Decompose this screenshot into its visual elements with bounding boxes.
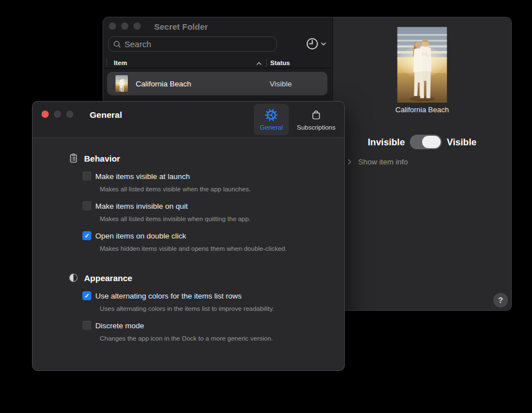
bag-icon [310, 107, 322, 123]
option-description: Makes all listed items invisible when qu… [100, 215, 333, 223]
tab-subscriptions[interactable]: Subscriptions [290, 104, 342, 135]
tab-subscriptions-label: Subscriptions [297, 124, 335, 131]
settings-tabs: General Subscriptions [254, 104, 342, 135]
column-divider[interactable] [266, 59, 267, 67]
tab-general-label: General [260, 124, 283, 131]
section-appearance-title: Appearance [84, 273, 132, 283]
column-header-status[interactable]: Status [270, 59, 290, 66]
visible-label: Visible [447, 137, 477, 148]
show-item-info-label: Show item info [358, 158, 408, 166]
close-button[interactable] [41, 111, 49, 118]
option-label[interactable]: Discrete mode [95, 322, 144, 330]
settings-window: General [32, 101, 345, 371]
column-header-item[interactable]: Item [114, 59, 127, 66]
behavior-options: Make items visible at launch Makes all l… [68, 172, 333, 253]
table-header: Item Status [103, 58, 332, 68]
option-alternating-colors: Use alternating colors for the items lis… [82, 291, 333, 313]
checkbox-invisible-on-quit[interactable] [82, 201, 91, 210]
option-visible-at-launch: Make items visible at launch Makes all l… [82, 172, 333, 193]
checkbox-alternating-colors[interactable] [82, 291, 91, 300]
checkbox-visible-at-launch[interactable] [82, 172, 91, 181]
option-open-double-click: Open items on double click Makes hidden … [82, 231, 333, 253]
column-divider [107, 59, 107, 67]
visibility-toggle-row: Invisible Visible [333, 135, 511, 149]
zoom-button[interactable] [133, 22, 141, 30]
traffic-lights [109, 22, 141, 30]
help-label: ? [498, 296, 503, 305]
clock-icon [306, 37, 319, 51]
appearance-options: Use alternating colors for the items lis… [68, 291, 333, 342]
checkbox-discrete-mode[interactable] [82, 321, 91, 330]
show-item-info-disclosure[interactable]: Show item info [348, 158, 408, 166]
settings-titlebar: General [33, 102, 344, 138]
section-behavior: Behavior [68, 153, 333, 163]
settings-content: Behavior Make items visible at launch Ma… [33, 138, 344, 342]
option-label[interactable]: Use alternating colors for the items lis… [95, 292, 242, 300]
option-description: Uses alternating colors in the items lis… [100, 305, 333, 313]
search-input[interactable]: Search [108, 36, 277, 52]
switch-knob [422, 136, 441, 148]
minimize-button[interactable] [121, 22, 128, 30]
search-icon [113, 40, 121, 48]
option-invisible-on-quit: Make items invisible on quit Makes all l… [82, 201, 333, 223]
chevron-down-icon [321, 42, 326, 46]
gear-icon [265, 107, 278, 123]
item-name: California Beach [136, 80, 191, 88]
clipboard-icon [68, 152, 79, 164]
contrast-icon [68, 272, 79, 283]
checkbox-open-double-click[interactable] [82, 231, 91, 240]
visibility-switch[interactable] [410, 135, 442, 149]
zoom-button[interactable] [66, 111, 73, 118]
option-label[interactable]: Make items visible at launch [95, 172, 190, 181]
option-description: Changes the app icon in the Dock to a mo… [100, 335, 333, 342]
section-appearance: Appearance [68, 273, 333, 283]
section-behavior-title: Behavior [84, 154, 120, 163]
help-button[interactable]: ? [493, 293, 508, 308]
item-preview-image [397, 27, 447, 103]
item-status: Visible [270, 80, 292, 88]
minimize-button[interactable] [54, 111, 61, 118]
option-description: Makes all listed items visible when the … [100, 186, 333, 193]
item-caption: California Beach [333, 105, 511, 114]
sort-ascending-icon[interactable] [256, 60, 262, 67]
traffic-lights [41, 111, 73, 118]
recents-menu-button[interactable] [306, 37, 326, 51]
option-label[interactable]: Make items invisible on quit [95, 202, 188, 210]
tab-general[interactable]: General [254, 104, 289, 135]
table-row[interactable]: California Beach Visible [107, 72, 327, 95]
settings-title: General [90, 110, 122, 120]
option-discrete-mode: Discrete mode Changes the app icon in th… [82, 321, 333, 342]
close-button[interactable] [109, 22, 116, 30]
chevron-right-icon [348, 159, 351, 165]
item-detail-pane: California Beach Invisible Visible Show … [332, 17, 511, 310]
window-title: Secret Folder [154, 22, 208, 31]
item-thumbnail [115, 75, 128, 92]
invisible-label: Invisible [368, 137, 405, 148]
option-description: Makes hidden items visible and opens the… [100, 245, 333, 253]
search-placeholder: Search [124, 39, 151, 49]
option-label[interactable]: Open items on double click [95, 232, 186, 240]
